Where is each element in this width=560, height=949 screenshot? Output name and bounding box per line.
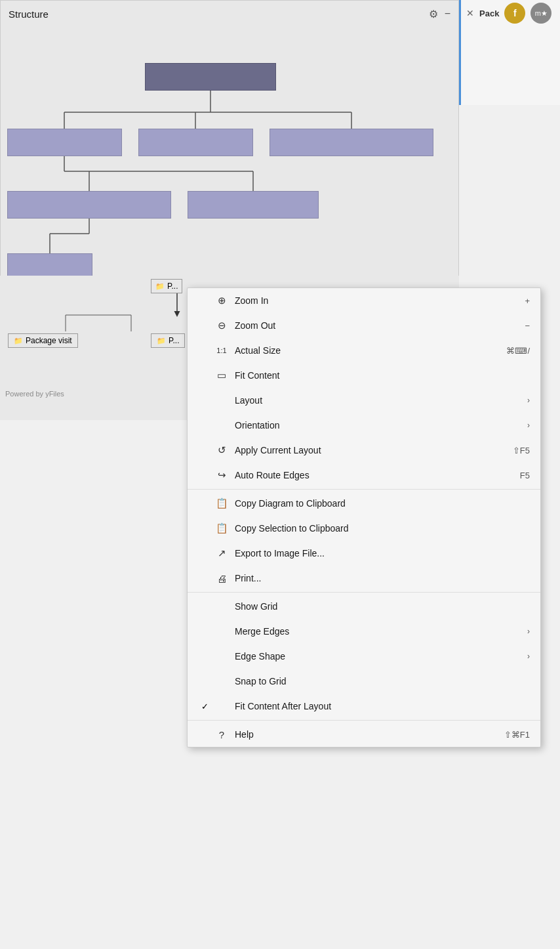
menu-item-merge-edges[interactable]: Merge Edges› <box>188 619 540 644</box>
menu-label-snap-grid: Snap to Grid <box>235 676 530 686</box>
menu-item-copy-diagram[interactable]: 📋Copy Diagram to Clipboard <box>188 491 540 516</box>
menu-icon-fit-content: ▭ <box>214 368 230 383</box>
menu-icon-help: ? <box>214 727 230 742</box>
menu-separator-17 <box>188 720 540 721</box>
menu-item-fit-after[interactable]: ✓Fit Content After Layout <box>188 694 540 719</box>
pkg-label: P... <box>167 282 178 291</box>
menu-icon-zoom-in: ⊕ <box>214 293 230 308</box>
diagram-node-4[interactable] <box>7 191 171 219</box>
menu-check-snap-grid <box>198 675 211 688</box>
menu-item-auto-route[interactable]: ↪Auto Route EdgesF5 <box>188 463 540 488</box>
menu-check-fit-after: ✓ <box>198 700 211 713</box>
menu-label-auto-route: Auto Route Edges <box>235 470 515 480</box>
menu-item-actual-size[interactable]: 1:1Actual Size⌘⌨/ <box>188 338 540 363</box>
header-icons: ⚙ − <box>429 8 450 20</box>
menu-label-apply-layout: Apply Current Layout <box>235 445 508 455</box>
avatar-m[interactable]: m★ <box>530 3 551 24</box>
menu-item-orientation[interactable]: Orientation› <box>188 413 540 438</box>
menu-label-layout: Layout <box>235 395 525 406</box>
pkg-node-2-icon: 📁 <box>157 337 166 345</box>
pkg-visit-node[interactable]: 📁 Package visit <box>8 333 78 348</box>
menu-icon-auto-route: ↪ <box>214 467 230 483</box>
menu-separator-8 <box>188 489 540 490</box>
menu-shortcut-zoom-out: − <box>525 321 530 331</box>
menu-shortcut-zoom-in: + <box>525 296 530 306</box>
menu-item-zoom-in[interactable]: ⊕Zoom In+ <box>188 288 540 313</box>
menu-check-show-grid <box>198 600 211 613</box>
diagram-node-1[interactable] <box>7 129 122 156</box>
menu-label-actual-size: Actual Size <box>235 345 501 356</box>
menu-item-help[interactable]: ?Help⇧⌘F1 <box>188 722 540 747</box>
menu-arrow-merge-edges: › <box>527 627 530 636</box>
menu-check-layout <box>198 394 211 407</box>
pkg-node-2[interactable]: 📁 P... <box>151 333 185 348</box>
menu-icon-merge-edges <box>214 623 230 639</box>
diagram-node-root[interactable] <box>145 63 276 91</box>
pack-header: ✕ Pack f m★ <box>461 0 560 26</box>
menu-icon-orientation <box>214 417 230 433</box>
menu-item-show-grid[interactable]: Show Grid <box>188 594 540 619</box>
menu-check-zoom-in <box>198 294 211 307</box>
diagram-area <box>1 27 458 276</box>
menu-check-edge-shape <box>198 650 211 663</box>
menu-label-zoom-out: Zoom Out <box>235 320 519 331</box>
menu-label-help: Help <box>235 729 499 740</box>
minimize-icon[interactable]: − <box>445 8 450 20</box>
menu-icon-layout <box>214 392 230 408</box>
menu-check-print <box>198 572 211 585</box>
menu-check-actual-size <box>198 344 211 357</box>
menu-arrow-orientation: › <box>527 421 530 430</box>
close-button[interactable]: ✕ <box>466 8 474 18</box>
pkg-visit-icon: 📁 <box>14 337 23 345</box>
menu-icon-snap-grid <box>214 673 230 689</box>
menu-icon-print: 🖨 <box>214 570 230 586</box>
menu-check-orientation <box>198 419 211 432</box>
menu-label-orientation: Orientation <box>235 420 525 431</box>
powered-by: Powered by yFiles <box>5 387 64 399</box>
menu-item-layout[interactable]: Layout› <box>188 388 540 413</box>
menu-label-fit-after: Fit Content After Layout <box>235 701 530 711</box>
menu-label-copy-selection: Copy Selection to Clipboard <box>235 523 530 534</box>
menu-icon-actual-size: 1:1 <box>214 343 230 358</box>
menu-item-snap-grid[interactable]: Snap to Grid <box>188 669 540 694</box>
menu-icon-copy-diagram: 📋 <box>214 496 230 511</box>
menu-check-help <box>198 728 211 741</box>
menu-item-print[interactable]: 🖨Print... <box>188 566 540 591</box>
menu-item-copy-selection[interactable]: 📋Copy Selection to Clipboard <box>188 516 540 541</box>
menu-check-copy-selection <box>198 522 211 535</box>
menu-label-fit-content: Fit Content <box>235 370 530 381</box>
pkg-node-top[interactable]: 📁 P... <box>151 279 182 293</box>
menu-label-export-image: Export to Image File... <box>235 548 530 559</box>
menu-shortcut-actual-size: ⌘⌨/ <box>506 346 530 356</box>
menu-check-copy-diagram <box>198 497 211 510</box>
pkg-visit-label: Package visit <box>26 336 72 345</box>
diagram-node-6[interactable] <box>7 253 92 276</box>
menu-item-export-image[interactable]: ↗Export to Image File... <box>188 541 540 566</box>
pkg-icon: 📁 <box>155 282 165 291</box>
pkg-node-2-label: P... <box>169 336 179 345</box>
menu-item-apply-layout[interactable]: ↺Apply Current Layout⇧F5 <box>188 438 540 463</box>
menu-icon-apply-layout: ↺ <box>214 442 230 458</box>
menu-icon-copy-selection: 📋 <box>214 520 230 536</box>
pack-title: Pack <box>479 9 499 18</box>
diagram-node-2[interactable] <box>138 129 253 156</box>
diagram-node-5[interactable] <box>188 191 319 219</box>
structure-panel: Structure ⚙ − <box>0 0 459 276</box>
settings-icon[interactable]: ⚙ <box>429 8 438 20</box>
menu-arrow-layout: › <box>527 396 530 405</box>
avatar-f[interactable]: f <box>504 3 525 24</box>
diagram-node-3[interactable] <box>270 129 433 156</box>
menu-item-fit-content[interactable]: ▭Fit Content <box>188 363 540 388</box>
menu-label-merge-edges: Merge Edges <box>235 626 525 637</box>
menu-label-show-grid: Show Grid <box>235 601 530 612</box>
pack-panel: ✕ Pack f m★ <box>459 0 560 105</box>
menu-label-zoom-in: Zoom In <box>235 295 519 306</box>
menu-item-edge-shape[interactable]: Edge Shape› <box>188 644 540 669</box>
menu-icon-fit-after <box>214 698 230 714</box>
structure-header: Structure ⚙ − <box>1 1 458 27</box>
menu-item-zoom-out[interactable]: ⊖Zoom Out− <box>188 313 540 338</box>
menu-icon-zoom-out: ⊖ <box>214 318 230 333</box>
menu-label-edge-shape: Edge Shape <box>235 651 525 662</box>
structure-title: Structure <box>9 9 49 20</box>
menu-icon-export-image: ↗ <box>214 545 230 561</box>
